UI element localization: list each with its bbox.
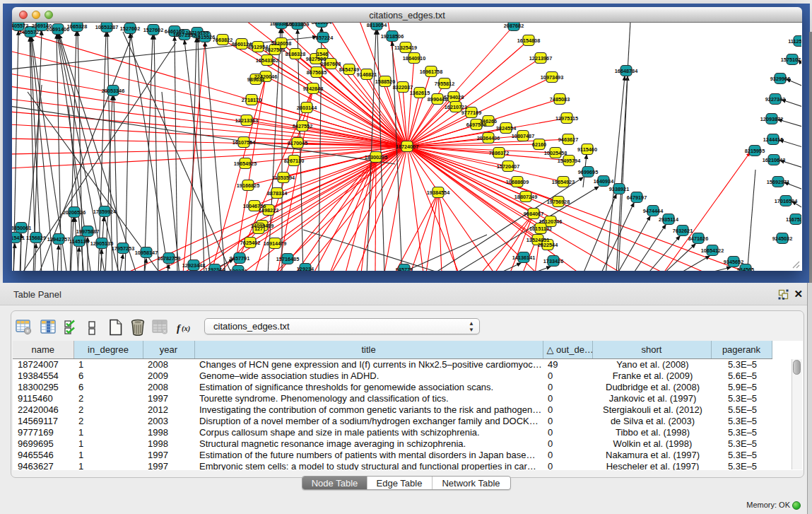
- svg-text:18640910: 18640910: [403, 55, 425, 62]
- svg-text:9115460: 9115460: [577, 146, 597, 153]
- svg-text:129234: 129234: [297, 266, 314, 271]
- svg-text:18807249: 18807249: [514, 194, 537, 200]
- svg-text:f: f: [177, 322, 182, 334]
- svg-text:18300295: 18300295: [365, 154, 387, 160]
- svg-text:6479197: 6479197: [627, 194, 647, 201]
- svg-text:16120746: 16120746: [539, 218, 562, 225]
- svg-text:10807487: 10807487: [512, 133, 534, 139]
- svg-text:18724007: 18724007: [396, 144, 418, 150]
- svg-text:11125419: 11125419: [788, 38, 801, 45]
- svg-text:16033809: 16033809: [286, 23, 309, 28]
- svg-text:2935114: 2935114: [659, 216, 679, 223]
- svg-text:2087682: 2087682: [504, 23, 524, 29]
- svg-text:9463627: 9463627: [558, 136, 578, 143]
- svg-text:19654923: 19654923: [552, 179, 575, 185]
- svg-text:9242848: 9242848: [303, 86, 323, 92]
- svg-text:2718170: 2718170: [242, 97, 261, 103]
- svg-text:10025458: 10025458: [544, 150, 567, 156]
- svg-text:8267130: 8267130: [284, 158, 304, 164]
- svg-text:129234: 129234: [230, 268, 247, 271]
- svg-text:19654925: 19654925: [234, 160, 257, 167]
- svg-text:2803144: 2803144: [297, 105, 317, 111]
- svg-text:12093872: 12093872: [760, 116, 783, 122]
- svg-text:12213363: 12213363: [235, 117, 258, 124]
- svg-text:17359924: 17359924: [93, 209, 117, 215]
- svg-text:7485083: 7485083: [550, 96, 570, 103]
- svg-text:19756928: 19756928: [547, 199, 570, 205]
- svg-text:9227342: 9227342: [765, 96, 785, 103]
- svg-text:16648784: 16648784: [615, 68, 638, 74]
- svg-text:1527602: 1527602: [143, 27, 163, 33]
- svg-text:9827503: 9827503: [265, 47, 285, 53]
- svg-text:14055721: 14055721: [19, 29, 42, 35]
- svg-text:1156829: 1156829: [26, 235, 46, 241]
- svg-text:1145134: 1145134: [69, 238, 90, 245]
- svg-text:1640934: 1640934: [594, 178, 614, 185]
- svg-text:12213967: 12213967: [529, 55, 552, 62]
- svg-text:2867608: 2867608: [321, 61, 341, 67]
- svg-text:1527602: 1527602: [120, 25, 140, 32]
- svg-text:8186328: 8186328: [286, 51, 305, 57]
- svg-text:19384554: 19384554: [427, 189, 450, 196]
- svg-text:16914479: 16914479: [264, 240, 286, 247]
- svg-text:11325419: 11325419: [394, 45, 417, 51]
- svg-text:9345652: 9345652: [724, 259, 743, 265]
- svg-text:3824554: 3824554: [496, 125, 517, 132]
- svg-text:989634: 989634: [247, 76, 265, 83]
- svg-text:8471626: 8471626: [688, 235, 708, 242]
- svg-text:5226058: 5226058: [271, 40, 291, 47]
- svg-text:20364436: 20364436: [477, 135, 500, 141]
- svg-text:7663822: 7663822: [213, 37, 233, 43]
- svg-text:10654122: 10654122: [701, 247, 724, 254]
- svg-text:9457791: 9457791: [230, 255, 249, 262]
- svg-text:8813054: 8813054: [367, 23, 387, 28]
- svg-text:16961758: 16961758: [420, 69, 442, 75]
- svg-text:6794028: 6794028: [444, 94, 464, 100]
- svg-text:1733426: 1733426: [543, 258, 563, 264]
- svg-text:(x): (x): [182, 325, 190, 333]
- svg-text:16154808: 16154808: [517, 37, 540, 44]
- svg-text:8850061: 8850061: [12, 225, 31, 231]
- svg-text:16671355: 16671355: [173, 32, 196, 38]
- svg-text:14136141: 14136141: [512, 255, 535, 261]
- svg-text:2522544: 2522544: [538, 242, 558, 248]
- svg-text:16151132: 16151132: [529, 226, 552, 232]
- svg-text:9338921: 9338921: [609, 186, 629, 192]
- svg-text:12923448: 12923448: [182, 262, 205, 269]
- svg-text:10688609: 10688609: [506, 179, 529, 185]
- svg-text:12975115: 12975115: [555, 115, 578, 122]
- svg-text:7886372: 7886372: [489, 150, 509, 156]
- svg-text:8427552: 8427552: [293, 123, 312, 129]
- svg-text:8675685: 8675685: [307, 69, 326, 76]
- svg-text:9777169: 9777169: [461, 110, 481, 116]
- svg-text:19218506: 19218506: [381, 33, 404, 40]
- svg-text:8878334: 8878334: [267, 190, 288, 197]
- svg-text:1405572: 1405572: [12, 23, 28, 29]
- svg-text:15720407: 15720407: [497, 163, 519, 170]
- svg-text:8170045: 8170045: [288, 140, 307, 146]
- svg-text:15716485: 15716485: [276, 256, 299, 262]
- svg-text:16107554: 16107554: [233, 139, 256, 146]
- svg-text:1546: 1546: [317, 51, 328, 57]
- svg-text:10958147: 10958147: [135, 250, 158, 256]
- svg-text:9245032: 9245032: [772, 235, 792, 242]
- svg-text:12905135: 12905135: [90, 240, 113, 247]
- svg-text:7955812: 7955812: [435, 81, 454, 87]
- svg-text:17957253: 17957253: [112, 245, 134, 252]
- svg-text:16210643: 16210643: [763, 157, 785, 163]
- svg-text:1244415: 1244415: [763, 136, 783, 143]
- svg-text:9699695: 9699695: [578, 169, 598, 175]
- svg-text:9474444: 9474444: [643, 208, 664, 214]
- svg-text:9329966: 9329966: [770, 76, 790, 82]
- svg-text:3915411: 3915411: [12, 235, 25, 241]
- svg-text:1065328: 1065328: [67, 23, 87, 30]
- svg-text:7857224: 7857224: [313, 35, 334, 41]
- svg-text:16782759: 16782759: [158, 255, 180, 262]
- svg-text:10653287: 10653287: [95, 24, 118, 30]
- svg-text:127: 127: [254, 226, 263, 232]
- svg-text:7625402: 7625402: [240, 240, 260, 246]
- svg-text:1362615: 1362615: [410, 90, 430, 96]
- svg-text:15751074: 15751074: [781, 57, 801, 63]
- svg-text:6497508: 6497508: [466, 122, 486, 128]
- svg-text:1292344: 1292344: [205, 267, 225, 271]
